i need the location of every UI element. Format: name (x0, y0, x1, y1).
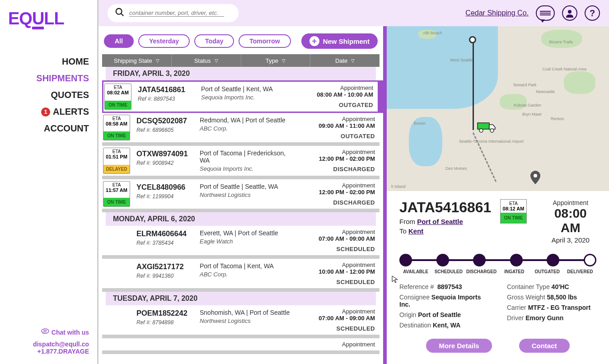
map-destination-pin-icon (530, 171, 540, 187)
client-name: Northwest Logistics (200, 191, 296, 198)
sidebar: EQULL HOME SHIPMENTS QUOTES 1 ALERTS ACC… (0, 0, 97, 364)
date-group-header: FRIDAY, APRIL 3, 2020 (106, 67, 376, 80)
eta-status: DELAYED (103, 165, 130, 173)
nav-account[interactable]: ACCOUNT (44, 123, 89, 134)
more-details-button[interactable]: More Details (426, 339, 492, 353)
client-name: Northwest Logistics (200, 317, 296, 324)
chevron-down-icon: ▽ (215, 58, 218, 63)
shipment-id: JATA5416861 (138, 85, 197, 94)
info-reference: Reference # 8897543 (399, 283, 489, 290)
svg-rect-7 (478, 123, 489, 129)
brand-logo: EQULL (8, 9, 89, 29)
new-shipment-label: New Shipment (323, 37, 370, 45)
progress-node (547, 254, 559, 266)
date-filters: All Yesterday Today Tomorrow + New Shipm… (98, 31, 383, 54)
reference-number: Ref #: 3785434 (136, 240, 195, 246)
contact-email[interactable]: dispatch@equll.co (8, 341, 89, 348)
table-row[interactable]: ETA08:58 AM ON TIME DCSQ5202087 Ref #: 6… (102, 113, 379, 146)
eta-status: ON TIME (103, 131, 130, 140)
col-shipping-state[interactable]: Shipping State▽ (102, 54, 172, 67)
user-icon[interactable] (562, 5, 577, 21)
chat-icon (41, 328, 49, 336)
filter-today[interactable]: Today (194, 34, 234, 48)
filter-all[interactable]: All (104, 34, 134, 48)
column-headers: Shipping State▽ Status▽ Type▽ Date▽ (102, 54, 379, 67)
origin-link[interactable]: Port of Seattle (417, 218, 463, 225)
filter-yesterday[interactable]: Yesterday (138, 34, 190, 48)
svg-point-6 (568, 10, 572, 14)
chat-label: Chat with us (52, 329, 89, 336)
help-icon[interactable]: ? (585, 5, 600, 21)
col-type[interactable]: Type▽ (241, 54, 311, 67)
appointment-label: Appointment (305, 84, 373, 91)
appointment-window: 12:00 PM - 02:00 PM (307, 155, 375, 162)
route-text: Port of Seattle | Seattle, WA (200, 183, 296, 190)
reference-number: Ref #: 8897543 (138, 96, 197, 102)
eta-status: ON TIME (103, 198, 130, 206)
nav-shipments[interactable]: SHIPMENTS (36, 73, 89, 84)
table-row[interactable]: AXGI5217172 Ref #: 9941360 Port of Tacom… (102, 259, 379, 292)
client-name: ABC Corp. (200, 271, 296, 278)
detail-pane: Alki Beach West Seattle Seward Park Biza… (387, 26, 609, 364)
svg-point-8 (479, 129, 483, 132)
svg-line-5 (121, 14, 124, 16)
table-row[interactable]: Appointment (102, 338, 379, 354)
table-row[interactable]: POEM1852242 Ref #: 8794898 Snohomish, WA… (102, 305, 379, 338)
chat-with-us[interactable]: Chat with us (8, 328, 89, 336)
table-row[interactable]: ETA11:57 AM ON TIME YCEL8480966 Ref #: 1… (102, 179, 379, 212)
nav-quotes[interactable]: QUOTES (51, 90, 89, 100)
shipment-state: SCHEDULED (307, 279, 375, 285)
svg-point-10 (534, 174, 537, 177)
col-date[interactable]: Date▽ (310, 54, 379, 67)
search-input[interactable] (129, 9, 224, 17)
map-truck-icon (477, 121, 496, 136)
progress-node-pending (584, 254, 596, 266)
info-carrier: Carrier MTFZ - EG Transport (507, 304, 596, 311)
shipment-state: DISCHARGED (307, 166, 375, 173)
search-icon (115, 7, 125, 19)
alerts-badge: 1 (41, 107, 50, 117)
appointment-window: 07:00 AM - 09:00 AM (307, 235, 375, 242)
shipment-id: AXGI5217172 (136, 262, 195, 271)
shipment-detail: JATA5416861 From Port of Seattle To Kent… (387, 191, 609, 364)
route-text: Redmond, WA | Port of Seattle (200, 117, 296, 124)
info-gross-weight: Gross Weight 58,500 lbs (507, 294, 596, 301)
table-row[interactable]: ELRM4606644 Ref #: 3785434 Everett, WA |… (102, 226, 379, 259)
appointment-time: 08:00 AM (545, 206, 596, 235)
detail-eta-box: ETA08:12 AM ON TIME (500, 199, 526, 224)
info-origin: Origin Port of Seattle (399, 311, 489, 318)
filter-tomorrow[interactable]: Tomorrow (239, 34, 290, 48)
new-shipment-button[interactable]: + New Shipment (301, 33, 378, 49)
route-map[interactable]: Alki Beach West Seattle Seward Park Biza… (387, 26, 609, 191)
progress-node (399, 254, 412, 266)
main-area: Cedar Shipping Co. ? All Yesterday Today… (97, 0, 609, 364)
shipment-list[interactable]: FRIDAY, APRIL 3, 2020 ETA08:02 AM ON TIM… (98, 67, 383, 359)
contact-phone[interactable]: +1.877.DRAYAGE (8, 348, 89, 355)
search-box[interactable] (108, 4, 239, 22)
messages-icon[interactable] (536, 5, 555, 21)
date-group-header: TUESDAY, APRIL 7, 2020 (106, 292, 376, 305)
chevron-down-icon: ▽ (156, 58, 159, 63)
appointment-label: Appointment (307, 149, 375, 155)
client-name: ABC Corp. (200, 125, 296, 132)
chevron-down-icon: ▽ (351, 58, 355, 63)
shipment-state: OUTGATED (307, 133, 375, 140)
shipment-state: SCHEDULED (307, 246, 375, 252)
table-row[interactable]: ETA08:02 AM ON TIME JATA5416861 Ref #: 8… (102, 80, 383, 113)
appointment-label: Appointment (307, 182, 375, 189)
appointment-window: 09:00 AM - 11:00 AM (307, 122, 375, 129)
shipment-id: DCSQ5202087 (136, 117, 195, 125)
svg-point-9 (490, 129, 494, 132)
nav-alerts[interactable]: 1 ALERTS (41, 107, 89, 117)
table-row[interactable]: ETA01:51 PM DELAYED OTXW8974091 Ref #: 9… (102, 146, 379, 179)
nav-home[interactable]: HOME (62, 56, 89, 67)
contact-button[interactable]: Contact (519, 339, 570, 353)
route-text: Snohomish, WA | Port of Seattle (200, 309, 296, 316)
detail-shipment-id: JATA5416861 (399, 199, 491, 216)
company-link[interactable]: Cedar Shipping Co. (465, 9, 529, 17)
appointment-window: 07:00 AM - 09:00 AM (307, 315, 375, 322)
progress-labels: AVAILABLE SCHEDULED DISCHARGED INGATED O… (399, 269, 596, 274)
col-status[interactable]: Status▽ (172, 54, 241, 67)
appointment-date: April 3, 2020 (545, 236, 596, 244)
destination-link[interactable]: Kent (408, 227, 423, 235)
